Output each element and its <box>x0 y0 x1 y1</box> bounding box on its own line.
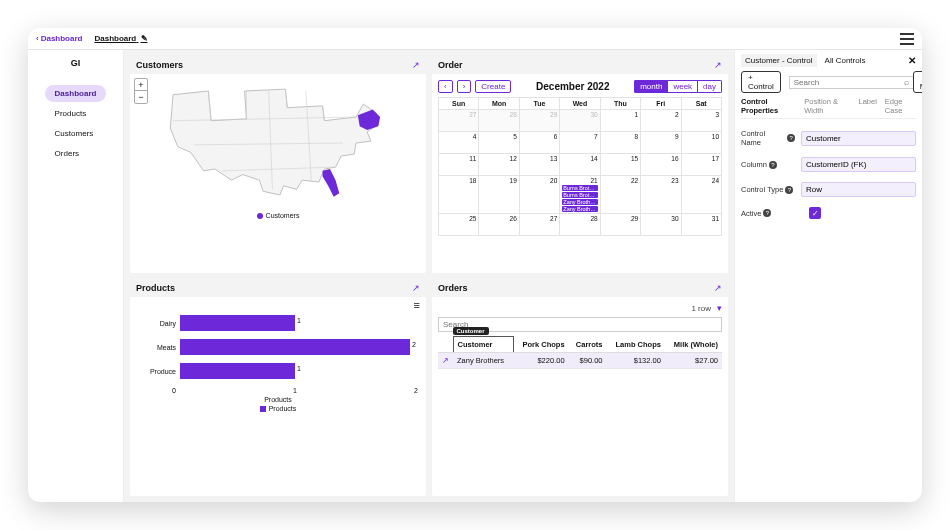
calendar-cell[interactable]: 26 <box>479 214 519 236</box>
bar-value: 1 <box>297 365 301 372</box>
filter-icon[interactable]: ▾ <box>717 303 722 313</box>
nav-item-dashboard[interactable]: Dashboard <box>45 85 107 102</box>
calendar-cell[interactable]: 31 <box>681 214 721 236</box>
calendar-event[interactable]: Burns Brothers <box>562 192 597 198</box>
info-icon[interactable]: ? <box>769 161 777 169</box>
props-subtab[interactable]: Position & Width <box>804 97 850 115</box>
col-header[interactable]: Milk (Whole) <box>665 337 722 353</box>
calendar-cell[interactable]: 5 <box>479 132 519 154</box>
calendar-cell[interactable]: 21Burns BrothersBurns BrothersZany Broth… <box>560 176 600 214</box>
props-subtab[interactable]: Edge Case <box>885 97 916 115</box>
props-tab-all[interactable]: All Controls <box>821 54 870 67</box>
calendar-cell[interactable]: 30 <box>641 214 681 236</box>
zoom-out-button[interactable]: − <box>135 91 147 103</box>
calendar-cell[interactable]: 1 <box>600 110 640 132</box>
calendar-cell[interactable]: 4 <box>439 132 479 154</box>
map-legend: Customers <box>136 212 420 219</box>
calendar-cell[interactable]: 24 <box>681 176 721 214</box>
calendar-cell[interactable]: 8 <box>600 132 640 154</box>
calendar-cell[interactable]: 27 <box>439 110 479 132</box>
breadcrumb-current-tab[interactable]: Dashboard ✎ <box>88 31 153 46</box>
calendar-cell[interactable]: 25 <box>439 214 479 236</box>
table-row[interactable]: ↗Zany Brothers$220.00$90.00$132.00$27.00 <box>438 353 722 369</box>
prop-input-name[interactable] <box>801 131 916 146</box>
calendar-cell[interactable]: 19 <box>479 176 519 214</box>
props-subtab[interactable]: Label <box>858 97 876 115</box>
props-tab-control[interactable]: Customer - Control <box>741 54 817 67</box>
view-segmented: month week day <box>634 80 722 93</box>
cal-prev-button[interactable]: ‹ <box>438 80 453 93</box>
calendar-cell[interactable]: 29 <box>600 214 640 236</box>
prop-input-type[interactable] <box>801 182 916 197</box>
col-header[interactable]: Lamb Chops <box>607 337 665 353</box>
calendar-cell[interactable]: 14 <box>560 154 600 176</box>
nav-item-customers[interactable]: Customers <box>45 125 107 142</box>
calendar-cell[interactable]: 3 <box>681 110 721 132</box>
calendar-cell[interactable]: 7 <box>560 132 600 154</box>
view-week-button[interactable]: week <box>668 80 698 93</box>
cal-next-button[interactable]: › <box>457 80 472 93</box>
calendar-cell[interactable]: 13 <box>519 154 559 176</box>
calendar-cell[interactable]: 28 <box>560 214 600 236</box>
col-header[interactable]: Carrots <box>569 337 607 353</box>
add-control-button[interactable]: + Control <box>741 71 781 93</box>
row-count: 1 row <box>691 304 711 313</box>
calendar-cell[interactable]: 27 <box>519 214 559 236</box>
col-header[interactable]: CustomerCustomer <box>453 337 513 353</box>
calendar-cell[interactable]: 17 <box>681 154 721 176</box>
calendar-grid[interactable]: SunMonTueWedThuFriSat 272829301234567891… <box>438 97 722 236</box>
calendar-cell[interactable]: 6 <box>519 132 559 154</box>
cal-create-button[interactable]: Create <box>475 80 511 93</box>
info-icon[interactable]: ? <box>785 186 793 194</box>
calendar-cell[interactable]: 15 <box>600 154 640 176</box>
calendar-cell[interactable]: 30 <box>560 110 600 132</box>
col-header[interactable]: Pork Chops <box>513 337 568 353</box>
info-icon[interactable]: ? <box>763 209 771 217</box>
prop-label-active: Active? <box>741 209 803 218</box>
calendar-cell[interactable]: 28 <box>479 110 519 132</box>
calendar-cell[interactable]: 16 <box>641 154 681 176</box>
nav-item-orders[interactable]: Orders <box>45 145 107 162</box>
prop-input-column[interactable] <box>801 157 916 172</box>
props-subtab[interactable]: Control Properties <box>741 97 796 115</box>
calendar-cell[interactable]: 20 <box>519 176 559 214</box>
expand-icon[interactable]: ↗ <box>714 283 722 293</box>
expand-icon[interactable]: ↗ <box>714 60 722 70</box>
breadcrumb-back[interactable]: ‹ Dashboard <box>36 34 82 43</box>
bar-value: 2 <box>412 341 416 348</box>
calendar-event[interactable]: Burns Brothers <box>562 185 597 191</box>
bar-fill[interactable] <box>180 339 410 355</box>
menu-icon[interactable] <box>900 33 914 45</box>
dow-header: Mon <box>479 98 519 110</box>
bar-fill[interactable] <box>180 363 295 379</box>
calendar-cell[interactable]: 9 <box>641 132 681 154</box>
dow-header: Wed <box>560 98 600 110</box>
calendar-cell[interactable]: 23 <box>641 176 681 214</box>
calendar-cell[interactable]: 10 <box>681 132 721 154</box>
calendar-cell[interactable]: 12 <box>479 154 519 176</box>
open-row-icon[interactable]: ↗ <box>438 353 453 369</box>
calendar-cell[interactable]: 11 <box>439 154 479 176</box>
expand-icon[interactable]: ↗ <box>412 283 420 293</box>
expand-icon[interactable]: ↗ <box>412 60 420 70</box>
more-button[interactable]: ⋮ More <box>913 71 922 93</box>
view-month-button[interactable]: month <box>634 80 668 93</box>
calendar-event[interactable]: Zany Brothers <box>562 199 597 205</box>
calendar-cell[interactable]: 2 <box>641 110 681 132</box>
calendar-event[interactable]: Zany Brothers <box>562 206 597 212</box>
active-checkbox[interactable]: ✓ <box>809 207 821 219</box>
us-map[interactable] <box>136 78 420 208</box>
props-search-input[interactable] <box>789 76 914 89</box>
col-header[interactable] <box>438 337 453 353</box>
calendar-cell[interactable]: 22 <box>600 176 640 214</box>
view-day-button[interactable]: day <box>698 80 722 93</box>
calendar-cell[interactable]: 18 <box>439 176 479 214</box>
bar-fill[interactable] <box>180 315 295 331</box>
zoom-in-button[interactable]: + <box>135 79 147 91</box>
panel-menu-icon[interactable]: ≡ <box>414 299 420 311</box>
info-icon[interactable]: ? <box>787 134 795 142</box>
pencil-icon[interactable]: ✎ <box>141 34 148 43</box>
nav-item-products[interactable]: Products <box>45 105 107 122</box>
close-icon[interactable]: ✕ <box>908 55 916 66</box>
calendar-cell[interactable]: 29 <box>519 110 559 132</box>
